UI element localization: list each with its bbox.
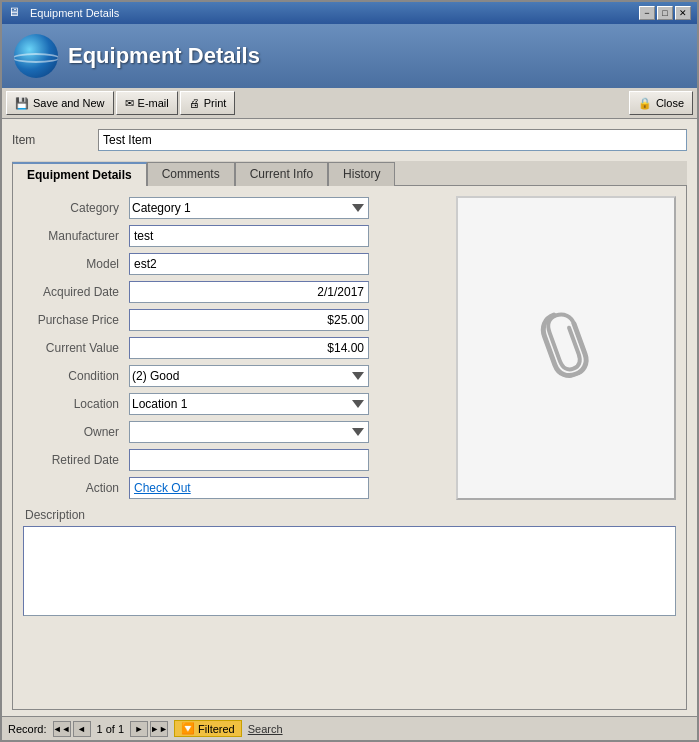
main-window: 🖥 Equipment Details − □ ✕ Equipment Deta… <box>0 0 699 742</box>
form-fields: Category Category 1 Category 2 Category … <box>23 196 446 500</box>
purchase-price-input[interactable] <box>129 309 369 331</box>
maximize-button[interactable]: □ <box>657 6 673 20</box>
tab-equipment-details[interactable]: Equipment Details <box>12 162 147 186</box>
print-button[interactable]: 🖨 Print <box>180 91 236 115</box>
save-icon: 💾 <box>15 97 29 110</box>
purchase-price-label: Purchase Price <box>23 313 123 327</box>
filter-icon: 🔽 <box>181 722 195 735</box>
purchase-price-row: Purchase Price <box>23 308 446 332</box>
owner-row: Owner <box>23 420 446 444</box>
save-new-label: Save and New <box>33 97 105 109</box>
email-label: E-mail <box>138 97 169 109</box>
close-button[interactable]: 🔒 Close <box>629 91 693 115</box>
retired-date-row: Retired Date <box>23 448 446 472</box>
model-input[interactable] <box>129 253 369 275</box>
tab-current-info[interactable]: Current Info <box>235 162 328 186</box>
model-label: Model <box>23 257 123 271</box>
condition-label: Condition <box>23 369 123 383</box>
next-record-button[interactable]: ► <box>130 721 148 737</box>
tab-content: Category Category 1 Category 2 Category … <box>12 185 687 710</box>
current-value-label: Current Value <box>23 341 123 355</box>
item-row: Item <box>12 125 687 155</box>
acquired-date-input[interactable] <box>129 281 369 303</box>
category-label: Category <box>23 201 123 215</box>
category-row: Category Category 1 Category 2 Category … <box>23 196 446 220</box>
location-label: Location <box>23 397 123 411</box>
owner-label: Owner <box>23 425 123 439</box>
tab-history[interactable]: History <box>328 162 395 186</box>
tabs-header: Equipment Details Comments Current Info … <box>12 161 687 185</box>
email-icon: ✉ <box>125 97 134 110</box>
header-area: Equipment Details <box>2 24 697 88</box>
record-label: Record: <box>8 723 47 735</box>
content-area: Item Equipment Details Comments Current … <box>2 119 697 716</box>
prev-record-button[interactable]: ◄ <box>73 721 91 737</box>
item-label: Item <box>12 133 92 147</box>
window-controls: − □ ✕ <box>639 6 691 20</box>
form-grid: Category Category 1 Category 2 Category … <box>23 196 676 500</box>
current-value-row: Current Value <box>23 336 446 360</box>
category-select[interactable]: Category 1 Category 2 Category 3 <box>129 197 369 219</box>
condition-row: Condition (1) Excellent (2) Good (3) Fai… <box>23 364 446 388</box>
description-section: Description <box>23 508 676 616</box>
window-icon: 🖥 <box>8 5 24 21</box>
filtered-badge: 🔽 Filtered <box>174 720 242 737</box>
toolbar: 💾 Save and New ✉ E-mail 🖨 Print 🔒 Close <box>2 88 697 119</box>
save-new-button[interactable]: 💾 Save and New <box>6 91 114 115</box>
tab-comments[interactable]: Comments <box>147 162 235 186</box>
record-info: 1 of 1 <box>93 723 129 735</box>
tabs-container: Equipment Details Comments Current Info … <box>12 161 687 710</box>
title-bar: 🖥 Equipment Details − □ ✕ <box>2 2 697 24</box>
condition-select[interactable]: (1) Excellent (2) Good (3) Fair (4) Poor <box>129 365 369 387</box>
email-button[interactable]: ✉ E-mail <box>116 91 178 115</box>
window-title: Equipment Details <box>30 7 633 19</box>
close-label: Close <box>656 97 684 109</box>
print-label: Print <box>204 97 227 109</box>
location-row: Location Location 1 Location 2 Location … <box>23 392 446 416</box>
close-icon: 🔒 <box>638 97 652 110</box>
acquired-date-label: Acquired Date <box>23 285 123 299</box>
action-field: Check Out <box>129 477 369 499</box>
manufacturer-row: Manufacturer <box>23 224 446 248</box>
model-row: Model <box>23 252 446 276</box>
retired-date-label: Retired Date <box>23 453 123 467</box>
acquired-date-row: Acquired Date <box>23 280 446 304</box>
search-link[interactable]: Search <box>248 723 283 735</box>
description-textarea[interactable] <box>23 526 676 616</box>
window-close-button[interactable]: ✕ <box>675 6 691 20</box>
record-nav: ◄◄ ◄ 1 of 1 ► ►► <box>53 721 169 737</box>
page-header-title: Equipment Details <box>68 43 260 69</box>
filtered-label: Filtered <box>198 723 235 735</box>
action-label: Action <box>23 481 123 495</box>
image-area <box>456 196 676 500</box>
action-row: Action Check Out <box>23 476 446 500</box>
retired-date-input[interactable] <box>129 449 369 471</box>
location-select[interactable]: Location 1 Location 2 Location 3 <box>129 393 369 415</box>
owner-select[interactable] <box>129 421 369 443</box>
manufacturer-input[interactable] <box>129 225 369 247</box>
paperclip-icon <box>533 303 598 393</box>
description-label: Description <box>23 508 676 522</box>
globe-icon <box>14 34 58 78</box>
manufacturer-label: Manufacturer <box>23 229 123 243</box>
last-record-button[interactable]: ►► <box>150 721 168 737</box>
status-bar: Record: ◄◄ ◄ 1 of 1 ► ►► 🔽 Filtered Sear… <box>2 716 697 740</box>
minimize-button[interactable]: − <box>639 6 655 20</box>
first-record-button[interactable]: ◄◄ <box>53 721 71 737</box>
check-out-link[interactable]: Check Out <box>134 481 191 495</box>
print-icon: 🖨 <box>189 97 200 109</box>
current-value-input[interactable] <box>129 337 369 359</box>
item-input[interactable] <box>98 129 687 151</box>
